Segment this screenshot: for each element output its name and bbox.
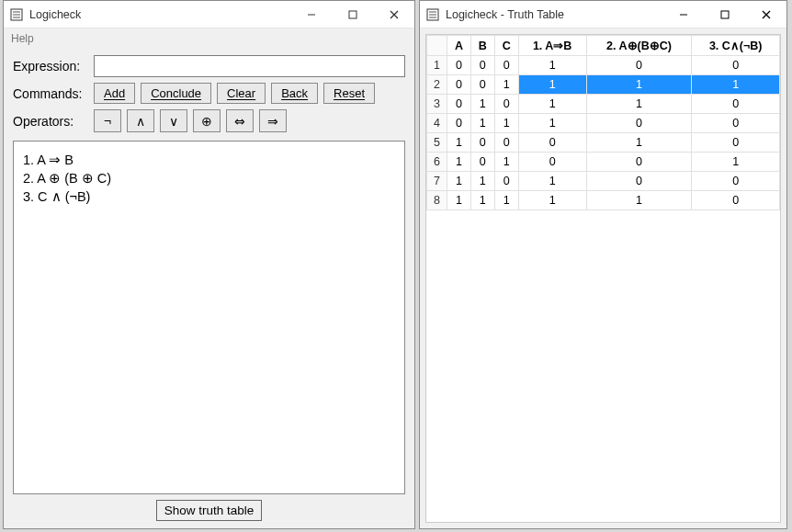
main-window: Logicheck Help Expression: Commands: Add… bbox=[3, 0, 415, 529]
close-button[interactable] bbox=[745, 1, 786, 28]
expression-line[interactable]: 1. A ⇒ B bbox=[23, 153, 395, 167]
maximize-button[interactable] bbox=[332, 1, 373, 28]
table-cell[interactable]: 1 bbox=[447, 172, 471, 191]
minimize-button[interactable] bbox=[662, 1, 704, 28]
app-icon bbox=[9, 7, 24, 22]
expression-label: Expression: bbox=[13, 59, 88, 74]
table-cell[interactable]: 0 bbox=[586, 153, 692, 172]
table-cell[interactable]: 0 bbox=[586, 114, 692, 133]
expression-input[interactable] bbox=[94, 55, 405, 77]
window-title: Logicheck - Truth Table bbox=[446, 8, 564, 21]
table-header[interactable]: C bbox=[494, 36, 518, 56]
reset-button[interactable]: Reset bbox=[323, 83, 375, 104]
table-cell[interactable]: 1 bbox=[518, 172, 586, 191]
table-cell[interactable]: 0 bbox=[447, 95, 471, 114]
table-cell[interactable]: 1 bbox=[470, 172, 494, 191]
table-cell[interactable]: 1 bbox=[494, 114, 518, 133]
table-cell[interactable]: 0 bbox=[470, 133, 494, 153]
clear-button[interactable]: Clear bbox=[217, 83, 266, 104]
expression-line[interactable]: 2. A ⊕ (B ⊕ C) bbox=[23, 171, 395, 186]
operator-not-button[interactable]: ¬ bbox=[94, 109, 121, 132]
row-number[interactable]: 7 bbox=[427, 172, 447, 191]
row-number[interactable]: 5 bbox=[427, 133, 447, 153]
table-cell[interactable]: 1 bbox=[470, 191, 494, 210]
table-cell[interactable]: 1 bbox=[586, 95, 692, 114]
row-number[interactable]: 6 bbox=[427, 153, 447, 172]
table-cell[interactable]: 1 bbox=[494, 75, 518, 95]
expression-list: 1. A ⇒ B 2. A ⊕ (B ⊕ C) 3. C ∧ (¬B) bbox=[13, 141, 405, 494]
table-cell[interactable]: 1 bbox=[692, 75, 780, 95]
back-button[interactable]: Back bbox=[271, 83, 318, 104]
window-controls bbox=[662, 1, 786, 28]
operator-or-button[interactable]: ∨ bbox=[160, 109, 187, 132]
table-cell[interactable]: 1 bbox=[447, 133, 471, 153]
table-cell[interactable]: 0 bbox=[494, 172, 518, 191]
row-number[interactable]: 3 bbox=[427, 95, 447, 114]
table-cell[interactable]: 0 bbox=[518, 153, 586, 172]
table-cell[interactable]: 1 bbox=[518, 75, 586, 95]
table-cell[interactable]: 1 bbox=[494, 191, 518, 210]
titlebar[interactable]: Logicheck - Truth Table bbox=[420, 1, 786, 28]
table-cell[interactable]: 0 bbox=[494, 95, 518, 114]
table-cell[interactable]: 1 bbox=[447, 191, 471, 210]
table-cell[interactable]: 0 bbox=[692, 172, 780, 191]
table-cell[interactable]: 0 bbox=[586, 172, 692, 191]
truth-table: ABC1. A⇒B2. A⊕(B⊕C)3. C∧(¬B)100010020011… bbox=[426, 35, 780, 210]
table-cell[interactable]: 0 bbox=[447, 56, 471, 75]
table-header[interactable]: A bbox=[447, 36, 471, 56]
table-cell[interactable]: 0 bbox=[447, 75, 471, 95]
table-cell[interactable]: 1 bbox=[518, 114, 586, 133]
operator-and-button[interactable]: ∧ bbox=[127, 109, 154, 132]
menu-help[interactable]: Help bbox=[11, 32, 34, 45]
table-cell[interactable]: 1 bbox=[586, 133, 692, 153]
table-cell[interactable]: 0 bbox=[494, 56, 518, 75]
table-cell[interactable]: 0 bbox=[692, 191, 780, 210]
show-truth-table-button[interactable]: Show truth table bbox=[156, 500, 263, 521]
commands-label: Commands: bbox=[13, 86, 88, 101]
expression-line[interactable]: 3. C ∧ (¬B) bbox=[23, 189, 395, 204]
table-cell[interactable]: 1 bbox=[692, 153, 780, 172]
table-cell[interactable]: 0 bbox=[470, 153, 494, 172]
operator-xor-button[interactable]: ⊕ bbox=[193, 109, 221, 132]
minimize-button[interactable] bbox=[290, 1, 332, 28]
table-cell[interactable]: 0 bbox=[692, 56, 780, 75]
svg-rect-13 bbox=[721, 11, 729, 18]
table-cell[interactable]: 0 bbox=[692, 133, 780, 153]
table-cell[interactable]: 1 bbox=[470, 95, 494, 114]
window-controls bbox=[290, 1, 414, 28]
table-cell[interactable]: 0 bbox=[586, 56, 692, 75]
table-cell[interactable]: 1 bbox=[518, 95, 586, 114]
table-cell[interactable]: 1 bbox=[586, 75, 692, 95]
maximize-button[interactable] bbox=[704, 1, 745, 28]
operator-implies-button[interactable]: ⇒ bbox=[259, 109, 287, 132]
operator-iff-button[interactable]: ⇔ bbox=[226, 109, 254, 132]
close-button[interactable] bbox=[373, 1, 414, 28]
content-area: Expression: Commands: Add Conclude Clear… bbox=[4, 49, 414, 528]
app-icon bbox=[425, 7, 440, 22]
table-cell[interactable]: 1 bbox=[494, 153, 518, 172]
table-cell[interactable]: 0 bbox=[494, 133, 518, 153]
table-cell[interactable]: 0 bbox=[470, 56, 494, 75]
table-header[interactable]: 3. C∧(¬B) bbox=[692, 36, 780, 56]
window-title: Logicheck bbox=[29, 8, 81, 21]
table-cell[interactable]: 0 bbox=[447, 114, 471, 133]
table-cell[interactable]: 0 bbox=[518, 133, 586, 153]
row-number[interactable]: 4 bbox=[427, 114, 447, 133]
table-header[interactable]: B bbox=[470, 36, 494, 56]
titlebar[interactable]: Logicheck bbox=[4, 1, 414, 28]
table-cell[interactable]: 1 bbox=[470, 114, 494, 133]
table-cell[interactable]: 1 bbox=[518, 191, 586, 210]
conclude-button[interactable]: Conclude bbox=[141, 83, 211, 104]
table-cell[interactable]: 1 bbox=[518, 56, 586, 75]
add-button[interactable]: Add bbox=[94, 83, 135, 104]
table-header[interactable]: 2. A⊕(B⊕C) bbox=[586, 36, 692, 56]
table-cell[interactable]: 0 bbox=[470, 75, 494, 95]
row-number[interactable]: 1 bbox=[427, 56, 447, 75]
table-cell[interactable]: 0 bbox=[692, 114, 780, 133]
table-cell[interactable]: 1 bbox=[586, 191, 692, 210]
row-number[interactable]: 8 bbox=[427, 191, 447, 210]
table-cell[interactable]: 0 bbox=[692, 95, 780, 114]
row-number[interactable]: 2 bbox=[427, 75, 447, 95]
table-header[interactable]: 1. A⇒B bbox=[518, 36, 586, 56]
table-cell[interactable]: 1 bbox=[447, 153, 471, 172]
